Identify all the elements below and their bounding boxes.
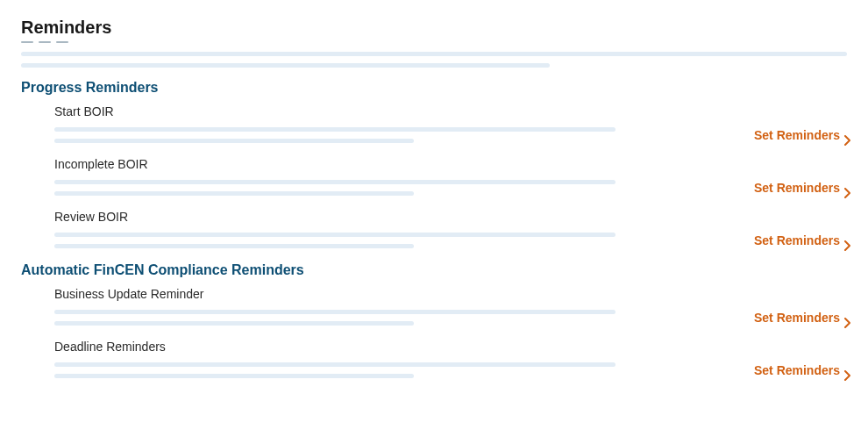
reminder-description-skeleton xyxy=(54,362,615,378)
reminder-item-start-boir: Start BOIR Set Reminders xyxy=(54,104,847,143)
reminder-description-skeleton xyxy=(54,127,615,143)
set-reminders-link[interactable]: Set Reminders xyxy=(754,181,847,195)
reminder-title: Deadline Reminders xyxy=(54,340,847,354)
reminder-body: Set Reminders xyxy=(54,233,847,248)
set-reminders-label: Set Reminders xyxy=(754,363,840,377)
set-reminders-link[interactable]: Set Reminders xyxy=(754,363,847,377)
section-heading-progress: Progress Reminders xyxy=(21,80,847,96)
reminder-title: Incomplete BOIR xyxy=(54,157,847,171)
page-title-wrap: Reminders xyxy=(21,18,847,43)
skeleton-line xyxy=(54,244,414,248)
reminder-body: Set Reminders xyxy=(54,362,847,378)
reminder-description-skeleton xyxy=(54,180,615,196)
reminder-list: Start BOIR Set Reminders Incomplete BOIR… xyxy=(21,104,847,248)
reminder-description-skeleton xyxy=(54,310,615,326)
skeleton-line xyxy=(54,233,615,237)
skeleton-line xyxy=(54,374,414,378)
skeleton-line xyxy=(54,127,615,132)
set-reminders-link[interactable]: Set Reminders xyxy=(754,311,847,325)
set-reminders-link[interactable]: Set Reminders xyxy=(754,128,847,142)
reminder-item-deadline: Deadline Reminders Set Reminders xyxy=(54,340,847,378)
set-reminders-label: Set Reminders xyxy=(754,128,840,142)
reminder-description-skeleton xyxy=(54,233,615,248)
skeleton-line xyxy=(54,362,615,367)
reminder-title: Review BOIR xyxy=(54,210,847,224)
set-reminders-label: Set Reminders xyxy=(754,233,840,247)
reminder-title: Start BOIR xyxy=(54,104,847,118)
reminder-item-business-update: Business Update Reminder Set Reminders xyxy=(54,287,847,326)
reminder-body: Set Reminders xyxy=(54,310,847,326)
title-underline-decoration xyxy=(21,41,847,43)
skeleton-line xyxy=(54,310,615,314)
skeleton-line xyxy=(21,63,550,68)
reminder-item-incomplete-boir: Incomplete BOIR Set Reminders xyxy=(54,157,847,196)
set-reminders-label: Set Reminders xyxy=(754,181,840,195)
reminder-list: Business Update Reminder Set Reminders D… xyxy=(21,287,847,378)
reminder-title: Business Update Reminder xyxy=(54,287,847,301)
skeleton-line xyxy=(54,321,414,326)
reminder-body: Set Reminders xyxy=(54,180,847,196)
skeleton-line xyxy=(21,52,847,56)
section-heading-fincen: Automatic FinCEN Compliance Reminders xyxy=(21,262,847,278)
skeleton-line xyxy=(54,139,414,143)
skeleton-line xyxy=(54,180,615,184)
page-title: Reminders xyxy=(21,18,111,43)
page-description-skeleton xyxy=(21,52,847,68)
reminder-item-review-boir: Review BOIR Set Reminders xyxy=(54,210,847,248)
set-reminders-link[interactable]: Set Reminders xyxy=(754,233,847,247)
set-reminders-label: Set Reminders xyxy=(754,311,840,325)
reminder-body: Set Reminders xyxy=(54,127,847,143)
skeleton-line xyxy=(54,191,414,196)
